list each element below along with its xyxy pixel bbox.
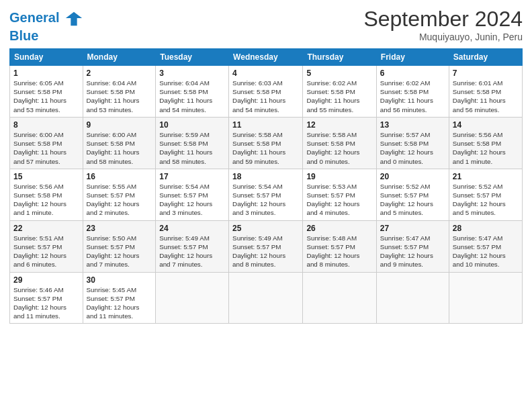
day-info: Sunrise: 5:52 AM Sunset: 5:57 PM Dayligh… [453, 182, 519, 218]
day-info: Sunrise: 5:47 AM Sunset: 5:57 PM Dayligh… [453, 234, 519, 269]
day-info: Sunrise: 6:00 AM Sunset: 5:58 PM Dayligh… [87, 130, 152, 166]
day-info: Sunrise: 6:04 AM Sunset: 5:58 PM Dayligh… [159, 79, 225, 114]
day-info: Sunrise: 6:04 AM Sunset: 5:58 PM Dayligh… [87, 79, 152, 114]
calendar-cell: 30Sunrise: 5:45 AM Sunset: 5:57 PM Dayli… [83, 272, 156, 324]
day-info: Sunrise: 5:47 AM Sunset: 5:57 PM Dayligh… [380, 234, 445, 269]
calendar-header-row: SundayMondayTuesdayWednesdayThursdayFrid… [10, 49, 523, 66]
calendar-cell: 13Sunrise: 5:57 AM Sunset: 5:58 PM Dayli… [376, 117, 449, 169]
day-number: 23 [87, 224, 152, 233]
day-number: 11 [232, 120, 299, 130]
day-number: 19 [306, 172, 372, 181]
day-info: Sunrise: 5:46 AM Sunset: 5:57 PM Dayligh… [13, 285, 79, 321]
day-info: Sunrise: 5:54 AM Sunset: 5:57 PM Dayligh… [159, 182, 225, 218]
month-title: September 2024 [363, 7, 523, 32]
calendar-week-1: 1Sunrise: 6:05 AM Sunset: 5:58 PM Daylig… [10, 66, 523, 118]
calendar-cell: 15Sunrise: 5:56 AM Sunset: 5:58 PM Dayli… [10, 169, 83, 220]
day-number: 14 [453, 120, 519, 130]
calendar-week-5: 29Sunrise: 5:46 AM Sunset: 5:57 PM Dayli… [10, 272, 523, 324]
calendar-cell: 10Sunrise: 5:59 AM Sunset: 5:58 PM Dayli… [156, 117, 229, 169]
day-number: 29 [13, 275, 79, 285]
calendar-cell: 21Sunrise: 5:52 AM Sunset: 5:57 PM Dayli… [449, 169, 522, 220]
day-number: 10 [159, 120, 225, 130]
day-info: Sunrise: 6:00 AM Sunset: 5:58 PM Dayligh… [13, 130, 79, 166]
calendar-cell: 7Sunrise: 6:01 AM Sunset: 5:58 PM Daylig… [449, 66, 522, 118]
day-info: Sunrise: 5:51 AM Sunset: 5:57 PM Dayligh… [13, 234, 79, 269]
day-number: 24 [159, 224, 225, 233]
day-info: Sunrise: 5:45 AM Sunset: 5:57 PM Dayligh… [87, 285, 152, 321]
calendar-cell: 17Sunrise: 5:54 AM Sunset: 5:57 PM Dayli… [156, 169, 229, 220]
day-info: Sunrise: 6:02 AM Sunset: 5:58 PM Dayligh… [306, 79, 372, 114]
day-info: Sunrise: 5:54 AM Sunset: 5:57 PM Dayligh… [232, 182, 299, 218]
day-number: 13 [380, 120, 445, 130]
calendar-cell: 8Sunrise: 6:00 AM Sunset: 5:58 PM Daylig… [10, 117, 83, 169]
calendar-cell: 26Sunrise: 5:48 AM Sunset: 5:57 PM Dayli… [303, 220, 376, 272]
calendar-cell: 3Sunrise: 6:04 AM Sunset: 5:58 PM Daylig… [156, 66, 229, 118]
day-info: Sunrise: 5:50 AM Sunset: 5:57 PM Dayligh… [87, 234, 152, 269]
weekday-header-saturday: Saturday [449, 49, 522, 66]
weekday-header-monday: Monday [83, 49, 156, 66]
day-info: Sunrise: 5:49 AM Sunset: 5:57 PM Dayligh… [232, 234, 299, 269]
weekday-header-thursday: Thursday [303, 49, 376, 66]
day-number: 7 [453, 68, 519, 78]
day-info: Sunrise: 5:58 AM Sunset: 5:58 PM Dayligh… [306, 130, 372, 166]
day-number: 26 [306, 224, 372, 233]
day-number: 17 [159, 172, 225, 181]
calendar-cell: 11Sunrise: 5:58 AM Sunset: 5:58 PM Dayli… [229, 117, 303, 169]
calendar-cell [156, 272, 229, 324]
calendar-cell: 28Sunrise: 5:47 AM Sunset: 5:57 PM Dayli… [449, 220, 522, 272]
calendar-cell: 2Sunrise: 6:04 AM Sunset: 5:58 PM Daylig… [83, 66, 156, 118]
calendar-cell [303, 272, 376, 324]
day-info: Sunrise: 6:02 AM Sunset: 5:58 PM Dayligh… [380, 79, 445, 114]
day-number: 18 [232, 172, 299, 181]
day-info: Sunrise: 5:52 AM Sunset: 5:57 PM Dayligh… [380, 182, 445, 218]
calendar-cell: 16Sunrise: 5:55 AM Sunset: 5:57 PM Dayli… [83, 169, 156, 220]
calendar-week-4: 22Sunrise: 5:51 AM Sunset: 5:57 PM Dayli… [10, 220, 523, 272]
logo-text-blue: Blue [9, 28, 83, 43]
calendar-cell: 14Sunrise: 5:56 AM Sunset: 5:58 PM Dayli… [449, 117, 522, 169]
calendar-cell: 12Sunrise: 5:58 AM Sunset: 5:58 PM Dayli… [303, 117, 376, 169]
calendar-cell: 20Sunrise: 5:52 AM Sunset: 5:57 PM Dayli… [376, 169, 449, 220]
day-info: Sunrise: 5:58 AM Sunset: 5:58 PM Dayligh… [232, 130, 299, 166]
day-info: Sunrise: 5:49 AM Sunset: 5:57 PM Dayligh… [159, 234, 225, 269]
day-number: 3 [159, 68, 225, 78]
day-info: Sunrise: 6:05 AM Sunset: 5:58 PM Dayligh… [13, 79, 79, 114]
day-number: 4 [232, 68, 299, 78]
day-info: Sunrise: 5:53 AM Sunset: 5:57 PM Dayligh… [306, 182, 372, 218]
day-number: 6 [380, 68, 445, 78]
calendar-cell: 9Sunrise: 6:00 AM Sunset: 5:58 PM Daylig… [83, 117, 156, 169]
calendar-cell: 1Sunrise: 6:05 AM Sunset: 5:58 PM Daylig… [10, 66, 83, 118]
logo-bird-icon [64, 9, 83, 28]
day-number: 28 [453, 224, 519, 233]
day-info: Sunrise: 5:59 AM Sunset: 5:58 PM Dayligh… [159, 130, 225, 166]
calendar-cell [376, 272, 449, 324]
page-container: General Blue September 2024 Muquiyauyo, … [0, 0, 532, 329]
day-number: 9 [87, 120, 152, 130]
calendar-cell [229, 272, 303, 324]
calendar-cell: 23Sunrise: 5:50 AM Sunset: 5:57 PM Dayli… [83, 220, 156, 272]
calendar-table: SundayMondayTuesdayWednesdayThursdayFrid… [9, 48, 523, 324]
calendar-week-3: 15Sunrise: 5:56 AM Sunset: 5:58 PM Dayli… [10, 169, 523, 220]
day-number: 27 [380, 224, 445, 233]
day-info: Sunrise: 5:48 AM Sunset: 5:57 PM Dayligh… [306, 234, 372, 269]
calendar-cell: 27Sunrise: 5:47 AM Sunset: 5:57 PM Dayli… [376, 220, 449, 272]
calendar-cell: 29Sunrise: 5:46 AM Sunset: 5:57 PM Dayli… [10, 272, 83, 324]
calendar-cell: 19Sunrise: 5:53 AM Sunset: 5:57 PM Dayli… [303, 169, 376, 220]
day-number: 8 [13, 120, 79, 130]
calendar-cell: 25Sunrise: 5:49 AM Sunset: 5:57 PM Dayli… [229, 220, 303, 272]
day-info: Sunrise: 5:56 AM Sunset: 5:58 PM Dayligh… [453, 130, 519, 166]
calendar-week-2: 8Sunrise: 6:00 AM Sunset: 5:58 PM Daylig… [10, 117, 523, 169]
day-info: Sunrise: 5:55 AM Sunset: 5:57 PM Dayligh… [87, 182, 152, 218]
calendar-cell [449, 272, 522, 324]
svg-marker-0 [66, 12, 82, 26]
day-info: Sunrise: 5:57 AM Sunset: 5:58 PM Dayligh… [380, 130, 445, 166]
calendar-cell: 4Sunrise: 6:03 AM Sunset: 5:58 PM Daylig… [229, 66, 303, 118]
calendar-cell: 6Sunrise: 6:02 AM Sunset: 5:58 PM Daylig… [376, 66, 449, 118]
day-number: 21 [453, 172, 519, 181]
day-info: Sunrise: 6:01 AM Sunset: 5:58 PM Dayligh… [453, 79, 519, 114]
weekday-header-wednesday: Wednesday [229, 49, 303, 66]
title-block: September 2024 Muquiyauyo, Junin, Peru [363, 7, 523, 42]
day-number: 20 [380, 172, 445, 181]
header: General Blue September 2024 Muquiyauyo, … [9, 7, 523, 43]
day-number: 1 [13, 68, 79, 78]
day-number: 12 [306, 120, 372, 130]
